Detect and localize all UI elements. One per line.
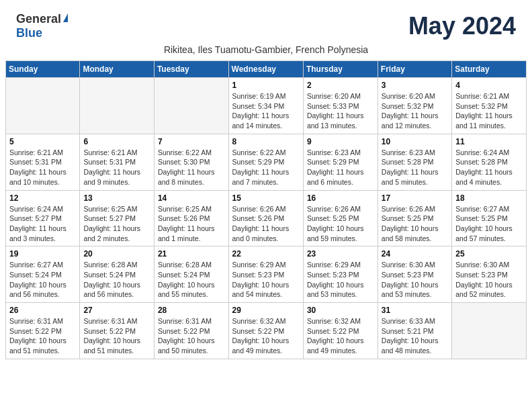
- table-row: 30Sunrise: 6:32 AMSunset: 5:22 PMDayligh…: [303, 303, 378, 359]
- day-number: 31: [382, 306, 448, 315]
- day-number: 9: [307, 137, 374, 146]
- subtitle: Rikitea, Iles Tuamotu-Gambier, French Po…: [0, 44, 532, 60]
- table-row: [6, 78, 80, 134]
- table-row: 16Sunrise: 6:26 AMSunset: 5:25 PMDayligh…: [303, 190, 378, 246]
- day-number: 3: [382, 81, 448, 90]
- table-row: 19Sunrise: 6:27 AMSunset: 5:24 PMDayligh…: [6, 246, 80, 303]
- col-wednesday: Wednesday: [228, 61, 303, 78]
- table-row: 3Sunrise: 6:20 AMSunset: 5:32 PMDaylight…: [378, 78, 451, 134]
- day-number: 30: [307, 306, 374, 315]
- day-info: Sunrise: 6:29 AMSunset: 5:23 PMDaylight:…: [307, 260, 374, 300]
- day-number: 1: [232, 81, 300, 90]
- day-number: 14: [158, 193, 225, 203]
- table-row: 8Sunrise: 6:22 AMSunset: 5:29 PMDaylight…: [228, 134, 303, 190]
- day-number: 12: [9, 193, 76, 203]
- col-saturday: Saturday: [452, 61, 527, 78]
- day-number: 5: [9, 137, 76, 146]
- table-row: 12Sunrise: 6:24 AMSunset: 5:27 PMDayligh…: [6, 190, 80, 246]
- table-row: 28Sunrise: 6:31 AMSunset: 5:22 PMDayligh…: [154, 303, 228, 359]
- day-info: Sunrise: 6:24 AMSunset: 5:28 PMDaylight:…: [455, 148, 523, 187]
- day-number: 23: [307, 249, 374, 259]
- day-info: Sunrise: 6:26 AMSunset: 5:25 PMDaylight:…: [382, 204, 448, 244]
- table-row: 7Sunrise: 6:22 AMSunset: 5:30 PMDaylight…: [154, 134, 228, 190]
- month-title: May 2024: [408, 12, 516, 40]
- day-info: Sunrise: 6:20 AMSunset: 5:32 PMDaylight:…: [382, 91, 448, 131]
- day-number: 15: [232, 193, 300, 203]
- day-info: Sunrise: 6:23 AMSunset: 5:29 PMDaylight:…: [307, 148, 374, 187]
- calendar-week-row: 12Sunrise: 6:24 AMSunset: 5:27 PMDayligh…: [6, 190, 527, 246]
- logo-icon: [63, 13, 68, 22]
- day-info: Sunrise: 6:22 AMSunset: 5:30 PMDaylight:…: [158, 148, 225, 187]
- calendar-week-row: 5Sunrise: 6:21 AMSunset: 5:31 PMDaylight…: [6, 134, 527, 190]
- day-number: 8: [232, 137, 300, 146]
- day-number: 13: [83, 193, 150, 203]
- day-info: Sunrise: 6:31 AMSunset: 5:22 PMDaylight:…: [158, 316, 225, 356]
- day-number: 28: [158, 306, 225, 315]
- day-info: Sunrise: 6:32 AMSunset: 5:22 PMDaylight:…: [232, 316, 300, 356]
- day-info: Sunrise: 6:21 AMSunset: 5:32 PMDaylight:…: [455, 91, 523, 131]
- day-info: Sunrise: 6:24 AMSunset: 5:27 PMDaylight:…: [9, 204, 76, 244]
- day-info: Sunrise: 6:28 AMSunset: 5:24 PMDaylight:…: [158, 260, 225, 300]
- day-number: 24: [382, 249, 448, 259]
- table-row: 11Sunrise: 6:24 AMSunset: 5:28 PMDayligh…: [452, 134, 527, 190]
- page-header: General Blue May 2024: [0, 0, 532, 44]
- day-number: 19: [9, 249, 76, 259]
- table-row: 14Sunrise: 6:25 AMSunset: 5:26 PMDayligh…: [154, 190, 228, 246]
- day-info: Sunrise: 6:22 AMSunset: 5:29 PMDaylight:…: [232, 148, 300, 187]
- day-number: 10: [382, 137, 448, 146]
- day-info: Sunrise: 6:31 AMSunset: 5:22 PMDaylight:…: [9, 316, 76, 356]
- table-row: 15Sunrise: 6:26 AMSunset: 5:26 PMDayligh…: [228, 190, 303, 246]
- day-number: 20: [83, 249, 150, 259]
- day-info: Sunrise: 6:27 AMSunset: 5:24 PMDaylight:…: [9, 260, 76, 300]
- table-row: [80, 78, 154, 134]
- day-number: 26: [9, 306, 76, 315]
- table-row: [452, 303, 527, 359]
- day-info: Sunrise: 6:25 AMSunset: 5:26 PMDaylight:…: [158, 204, 225, 244]
- day-info: Sunrise: 6:23 AMSunset: 5:28 PMDaylight:…: [382, 148, 448, 187]
- day-number: 7: [158, 137, 225, 146]
- day-info: Sunrise: 6:26 AMSunset: 5:26 PMDaylight:…: [232, 204, 300, 244]
- col-sunday: Sunday: [6, 61, 80, 78]
- day-number: 25: [455, 249, 523, 259]
- col-thursday: Thursday: [303, 61, 378, 78]
- day-number: 18: [455, 193, 523, 203]
- table-row: 29Sunrise: 6:32 AMSunset: 5:22 PMDayligh…: [228, 303, 303, 359]
- day-number: 16: [307, 193, 374, 203]
- day-number: 27: [83, 306, 150, 315]
- table-row: 21Sunrise: 6:28 AMSunset: 5:24 PMDayligh…: [154, 246, 228, 303]
- day-info: Sunrise: 6:21 AMSunset: 5:31 PMDaylight:…: [9, 148, 76, 187]
- logo-blue-text: Blue: [16, 26, 42, 40]
- table-row: 1Sunrise: 6:19 AMSunset: 5:34 PMDaylight…: [228, 78, 303, 134]
- table-row: 25Sunrise: 6:30 AMSunset: 5:23 PMDayligh…: [452, 246, 527, 303]
- day-info: Sunrise: 6:30 AMSunset: 5:23 PMDaylight:…: [382, 260, 448, 300]
- calendar-header-row: Sunday Monday Tuesday Wednesday Thursday…: [6, 61, 527, 78]
- calendar-wrapper: Sunday Monday Tuesday Wednesday Thursday…: [0, 60, 532, 365]
- day-info: Sunrise: 6:32 AMSunset: 5:22 PMDaylight:…: [307, 316, 374, 356]
- day-info: Sunrise: 6:33 AMSunset: 5:21 PMDaylight:…: [382, 316, 448, 356]
- table-row: 18Sunrise: 6:27 AMSunset: 5:25 PMDayligh…: [452, 190, 527, 246]
- table-row: 2Sunrise: 6:20 AMSunset: 5:33 PMDaylight…: [303, 78, 378, 134]
- day-number: 21: [158, 249, 225, 259]
- logo-general-text: General: [16, 12, 61, 26]
- table-row: 27Sunrise: 6:31 AMSunset: 5:22 PMDayligh…: [80, 303, 154, 359]
- table-row: 26Sunrise: 6:31 AMSunset: 5:22 PMDayligh…: [6, 303, 80, 359]
- day-number: 17: [382, 193, 448, 203]
- col-tuesday: Tuesday: [154, 61, 228, 78]
- day-number: 22: [232, 249, 300, 259]
- day-number: 29: [232, 306, 300, 315]
- table-row: 5Sunrise: 6:21 AMSunset: 5:31 PMDaylight…: [6, 134, 80, 190]
- table-row: 9Sunrise: 6:23 AMSunset: 5:29 PMDaylight…: [303, 134, 378, 190]
- table-row: 31Sunrise: 6:33 AMSunset: 5:21 PMDayligh…: [378, 303, 451, 359]
- table-row: 23Sunrise: 6:29 AMSunset: 5:23 PMDayligh…: [303, 246, 378, 303]
- day-number: 11: [455, 137, 523, 146]
- table-row: 17Sunrise: 6:26 AMSunset: 5:25 PMDayligh…: [378, 190, 451, 246]
- day-number: 4: [455, 81, 523, 90]
- day-info: Sunrise: 6:28 AMSunset: 5:24 PMDaylight:…: [83, 260, 150, 300]
- calendar-week-row: 19Sunrise: 6:27 AMSunset: 5:24 PMDayligh…: [6, 246, 527, 303]
- calendar-week-row: 26Sunrise: 6:31 AMSunset: 5:22 PMDayligh…: [6, 303, 527, 359]
- day-info: Sunrise: 6:25 AMSunset: 5:27 PMDaylight:…: [83, 204, 150, 244]
- day-number: 2: [307, 81, 374, 90]
- logo: General Blue: [16, 12, 69, 40]
- col-friday: Friday: [378, 61, 451, 78]
- table-row: 6Sunrise: 6:21 AMSunset: 5:31 PMDaylight…: [80, 134, 154, 190]
